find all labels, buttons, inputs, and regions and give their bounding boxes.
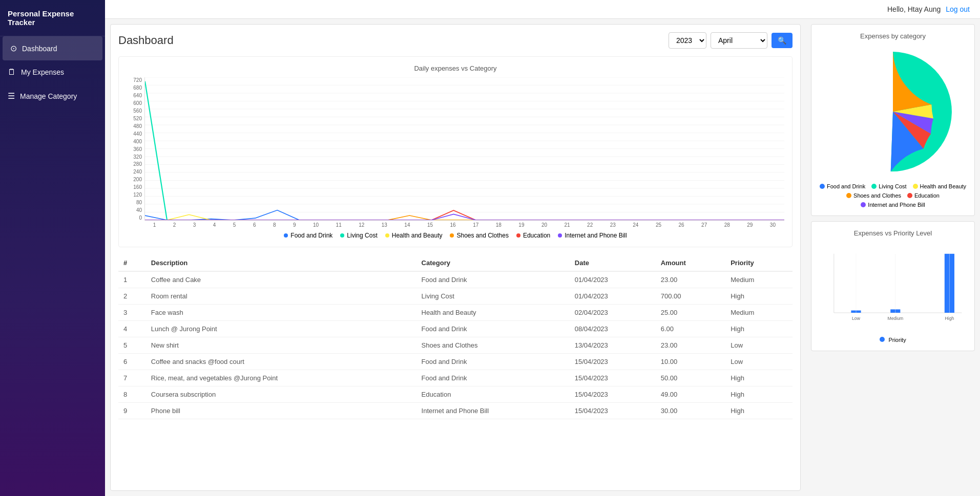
year-select[interactable]: 2023 2022 2024	[669, 32, 706, 49]
sidebar-item-my-expenses[interactable]: 🗒 My Expenses	[0, 60, 105, 84]
cell-category: Education	[416, 386, 570, 403]
dashboard-panel: Dashboard 2023 2022 2024 April JanuaryFe…	[110, 24, 801, 491]
table-row: 8 Coursera subscription Education 15/04/…	[118, 386, 793, 403]
table-row: 9 Phone bill Internet and Phone Bill 15/…	[118, 403, 793, 419]
label-medium: Medium	[887, 316, 903, 321]
cell-amount: 23.00	[656, 337, 725, 354]
cell-date: 15/04/2023	[570, 403, 656, 419]
chart-area	[144, 77, 784, 221]
table-row: 2 Room rental Living Cost 01/04/2023 700…	[118, 288, 793, 305]
label-low: Low	[852, 316, 861, 321]
cell-desc: Coffee and Cake	[146, 271, 416, 288]
pie-legend-education: Education	[907, 192, 940, 199]
filter-row: 2023 2022 2024 April JanuaryFebruaryMarc…	[669, 32, 793, 49]
content-area: Dashboard 2023 2022 2024 April JanuaryFe…	[105, 19, 980, 496]
cell-desc: Phone bill	[146, 403, 416, 419]
cell-date: 08/04/2023	[570, 321, 656, 337]
legend-living: Living Cost	[340, 232, 377, 239]
legend-food: Food and Drink	[284, 232, 332, 239]
dashboard-title: Dashboard	[118, 34, 174, 47]
cell-amount: 23.00	[656, 271, 725, 288]
col-category: Category	[416, 255, 570, 271]
sidebar-item-label: My Expenses	[21, 68, 64, 76]
table-header-row: # Description Category Date Amount Prior…	[118, 255, 793, 271]
line-chart-svg	[145, 77, 784, 220]
shoes-label: Shoes and Clothes	[456, 232, 508, 239]
pie-legend-health: Health and Beauty	[913, 183, 967, 189]
pie-food-label: Food and Drink	[827, 183, 865, 189]
cell-amount: 50.00	[656, 370, 725, 386]
cell-date: 13/04/2023	[570, 337, 656, 354]
cell-date: 15/04/2023	[570, 386, 656, 403]
cell-category: Shoes and Clothes	[416, 337, 570, 354]
cell-priority: High	[725, 403, 793, 419]
legend-internet: Internet and Phone Bill	[558, 232, 627, 239]
chart-legend: Food and Drink Living Cost Health and Be…	[127, 232, 784, 239]
cell-amount: 25.00	[656, 305, 725, 321]
pie-living-label: Living Cost	[879, 183, 906, 189]
cell-amount: 6.00	[656, 321, 725, 337]
legend-health: Health and Beauty	[385, 232, 443, 239]
pie-living-dot	[871, 184, 877, 189]
logout-button[interactable]: Log out	[946, 5, 970, 13]
cell-num: 3	[118, 305, 146, 321]
cell-amount: 49.00	[656, 386, 725, 403]
expense-table: # Description Category Date Amount Prior…	[118, 255, 793, 419]
cell-desc: Face wash	[146, 305, 416, 321]
col-num: #	[118, 255, 146, 271]
cell-date: 02/04/2023	[570, 305, 656, 321]
cell-num: 1	[118, 271, 146, 288]
cell-num: 5	[118, 337, 146, 354]
table-row: 3 Face wash Health and Beauty 02/04/2023…	[118, 305, 793, 321]
dashboard-header: Dashboard 2023 2022 2024 April JanuaryFe…	[118, 32, 793, 49]
cell-num: 2	[118, 288, 146, 305]
category-icon: ☰	[8, 91, 15, 101]
cell-amount: 700.00	[656, 288, 725, 305]
line-chart-wrapper: 04080120160 200240280320360 400440480520…	[127, 77, 784, 221]
cell-category: Food and Drink	[416, 354, 570, 370]
sidebar-item-label: Dashboard	[22, 45, 57, 53]
cell-category: Health and Beauty	[416, 305, 570, 321]
education-label: Education	[523, 232, 550, 239]
living-dot	[340, 233, 344, 238]
col-priority: Priority	[725, 255, 793, 271]
pie-legend-shoes: Shoes and Clothes	[846, 192, 901, 199]
cell-priority: High	[725, 370, 793, 386]
cell-amount: 10.00	[656, 354, 725, 370]
col-amount: Amount	[656, 255, 725, 271]
col-date: Date	[570, 255, 656, 271]
legend-education: Education	[516, 232, 550, 239]
table-row: 5 New shirt Shoes and Clothes 13/04/2023…	[118, 337, 793, 354]
priority-chart-card: Expenses vs Priority Level	[811, 221, 975, 351]
pie-internet-label: Internet and Phone Bill	[868, 202, 925, 208]
cell-category: Living Cost	[416, 288, 570, 305]
table-row: 4 Lunch @ Jurong Point Food and Drink 08…	[118, 321, 793, 337]
cell-category: Food and Drink	[416, 321, 570, 337]
cell-priority: Low	[725, 337, 793, 354]
app-title: Personal Expense Tracker	[0, 0, 105, 36]
pie-chart-card: Expenses by category	[811, 24, 975, 216]
month-select[interactable]: April JanuaryFebruaryMarch MayJuneJuly A…	[711, 32, 767, 49]
priority-label: Priority	[888, 337, 906, 343]
cell-priority: Low	[725, 354, 793, 370]
pie-food-dot	[820, 184, 825, 189]
internet-dot	[558, 233, 562, 238]
cell-num: 6	[118, 354, 146, 370]
cell-num: 7	[118, 370, 146, 386]
main-area: Hello, Htay Aung Log out Dashboard 2023 …	[105, 0, 980, 496]
pie-shoes-label: Shoes and Clothes	[853, 192, 901, 199]
pie-legend-living: Living Cost	[871, 183, 906, 189]
line-chart-container: Daily expenses vs Category 04080120160 2…	[118, 56, 793, 247]
pie-legend-food: Food and Drink	[820, 183, 865, 189]
search-button[interactable]: 🔍	[772, 33, 793, 48]
pie-chart-area: Food and Drink Living Cost Health and Be…	[819, 45, 967, 208]
cell-category: Food and Drink	[416, 370, 570, 386]
pie-edu-label: Education	[914, 192, 940, 199]
sidebar-item-dashboard[interactable]: ⊙ Dashboard	[3, 36, 102, 60]
sidebar-item-manage-category[interactable]: ☰ Manage Category	[0, 84, 105, 108]
pie-legend-internet: Internet and Phone Bill	[861, 202, 925, 208]
priority-dot	[880, 337, 885, 342]
cell-num: 4	[118, 321, 146, 337]
health-dot	[385, 233, 389, 238]
cell-desc: Coursera subscription	[146, 386, 416, 403]
